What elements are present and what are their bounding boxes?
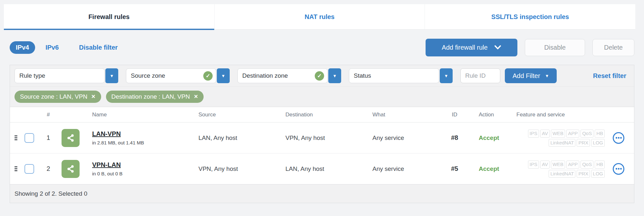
row-number: 2 bbox=[39, 165, 58, 172]
feature-badge: APP bbox=[566, 161, 579, 169]
feature-badge: PRX bbox=[577, 139, 590, 147]
reset-filter-link[interactable]: Reset filter bbox=[593, 72, 630, 80]
row-checkbox[interactable] bbox=[24, 164, 34, 174]
dropdown-label: Rule type bbox=[19, 72, 45, 79]
chevron-down-icon bbox=[494, 45, 501, 50]
share-icon bbox=[62, 129, 80, 147]
rule-name-link[interactable]: LAN-VPN bbox=[92, 130, 121, 138]
feature-badge: AV bbox=[540, 161, 550, 169]
row-number: 1 bbox=[39, 134, 58, 142]
feature-badge: QoS bbox=[581, 130, 593, 138]
feature-badges-line-2: LinkedNATPRXLOG bbox=[506, 169, 605, 178]
ipv6-toggle[interactable]: IPv6 bbox=[45, 44, 59, 51]
dropdown-label: Status bbox=[354, 72, 371, 79]
chevron-down-icon[interactable]: ▼ bbox=[217, 68, 230, 83]
chip-label: Destination zone : LAN, VPN bbox=[111, 93, 190, 100]
feature-badges-line-1: IPSAVWEBAPPQoSHB bbox=[506, 160, 605, 169]
drag-handle-icon[interactable] bbox=[14, 135, 17, 140]
what-cell: Any service bbox=[366, 134, 438, 142]
filter-chips: Source zone : LAN, VPN ✕ Destination zon… bbox=[10, 86, 634, 107]
add-firewall-rule-button[interactable]: Add firewall rule bbox=[426, 39, 517, 56]
ellipsis-menu-button[interactable] bbox=[613, 163, 624, 175]
share-icon bbox=[62, 160, 80, 178]
dropdown-label: Destination zone bbox=[242, 72, 288, 79]
tab-label: Firewall rules bbox=[88, 13, 130, 21]
disable-filter-link[interactable]: Disable filter bbox=[79, 44, 118, 51]
feature-badge: QoS bbox=[581, 161, 593, 169]
close-icon[interactable]: ✕ bbox=[194, 94, 198, 99]
icon-cell bbox=[58, 160, 86, 178]
row-checkbox[interactable] bbox=[24, 133, 34, 143]
column-header-name: Name bbox=[86, 112, 192, 118]
chevron-down-icon[interactable]: ▼ bbox=[440, 68, 453, 83]
feature-badge: WEB bbox=[551, 130, 565, 138]
tab-nat-rules[interactable]: NAT rules bbox=[214, 4, 425, 29]
check-circle-icon: ✓ bbox=[203, 71, 213, 81]
checkbox-cell bbox=[20, 133, 39, 143]
source-cell: LAN, Any host bbox=[192, 134, 279, 142]
tab-label: NAT rules bbox=[305, 13, 335, 21]
ipv4-toggle[interactable]: IPv4 bbox=[10, 41, 35, 54]
source-zone-dropdown[interactable]: Source zone ✓ ▼ bbox=[126, 68, 230, 83]
feature-badge: AV bbox=[540, 130, 550, 138]
add-filter-label: Add Filter bbox=[513, 72, 540, 80]
chevron-down-icon[interactable]: ▼ bbox=[105, 68, 118, 83]
chevron-down-icon[interactable]: ▼ bbox=[328, 68, 341, 83]
rule-traffic: in 2.81 MB, out 1.41 MB bbox=[92, 140, 192, 145]
destination-cell: VPN, Any host bbox=[279, 134, 366, 142]
column-header-number: # bbox=[39, 112, 58, 118]
table-row: 2 VPN-LAN in 0 B, out 0 B VPN, Any host … bbox=[10, 153, 634, 184]
chip-label: Source zone : LAN, VPN bbox=[20, 93, 87, 100]
rule-type-field[interactable]: Rule type bbox=[14, 68, 105, 83]
column-header-what: What bbox=[366, 112, 438, 118]
feature-badge: WEB bbox=[551, 161, 565, 169]
column-header-feature-service: Feature and service bbox=[506, 112, 606, 118]
menu-cell bbox=[606, 132, 631, 144]
rules-panel: Rule type ▼ Source zone ✓ ▼ Destination … bbox=[10, 65, 634, 203]
status-field[interactable]: Status bbox=[349, 68, 439, 83]
destination-zone-dropdown[interactable]: Destination zone ✓ ▼ bbox=[237, 68, 341, 83]
column-header-source: Source bbox=[192, 112, 279, 118]
feature-badges: IPSAVWEBAPPQoSHB LinkedNATPRXLOG bbox=[506, 160, 606, 178]
name-cell: VPN-LAN in 0 B, out 0 B bbox=[86, 161, 192, 176]
feature-badge: LOG bbox=[591, 170, 605, 178]
source-cell: VPN, Any host bbox=[192, 165, 279, 172]
source-zone-field[interactable]: Source zone ✓ bbox=[126, 68, 216, 83]
action-cell: Accept bbox=[471, 134, 506, 142]
rule-name-link[interactable]: VPN-LAN bbox=[92, 161, 121, 169]
add-filter-button[interactable]: Add Filter ▼ bbox=[505, 68, 557, 83]
column-header-id: ID bbox=[438, 112, 471, 118]
status-dropdown[interactable]: Status ▼ bbox=[349, 68, 453, 83]
feature-badges-line-2: LinkedNATPRXLOG bbox=[506, 138, 605, 147]
filter-chip-destination-zone: Destination zone : LAN, VPN ✕ bbox=[106, 91, 204, 103]
rule-id-input[interactable] bbox=[460, 68, 500, 83]
close-icon[interactable]: ✕ bbox=[91, 94, 95, 99]
check-circle-icon: ✓ bbox=[315, 71, 324, 81]
delete-button[interactable]: Delete bbox=[592, 39, 634, 56]
rule-type-dropdown[interactable]: Rule type ▼ bbox=[14, 68, 118, 83]
rule-traffic: in 0 B, out 0 B bbox=[92, 171, 192, 176]
id-cell: #8 bbox=[438, 134, 471, 142]
disable-button[interactable]: Disable bbox=[525, 39, 585, 56]
tab-firewall-rules[interactable]: Firewall rules bbox=[4, 4, 214, 29]
chevron-down-icon: ▼ bbox=[545, 74, 549, 78]
tab-label: SSL/TLS inspection rules bbox=[491, 13, 569, 21]
feature-badge: LinkedNAT bbox=[549, 139, 575, 147]
feature-badge: HB bbox=[595, 130, 605, 138]
name-cell: LAN-VPN in 2.81 MB, out 1.41 MB bbox=[86, 130, 192, 145]
action-cell: Accept bbox=[471, 165, 506, 172]
drag-handle-icon[interactable] bbox=[14, 166, 17, 171]
column-header-action: Action bbox=[471, 112, 506, 118]
table-header: # Name Source Destination What ID Action… bbox=[10, 107, 634, 123]
destination-zone-field[interactable]: Destination zone ✓ bbox=[237, 68, 328, 83]
destination-cell: LAN, Any host bbox=[279, 165, 366, 172]
feature-badges: IPSAVWEBAPPQoSHB LinkedNATPRXLOG bbox=[506, 129, 606, 147]
ellipsis-menu-button[interactable] bbox=[613, 132, 624, 144]
icon-cell bbox=[58, 129, 86, 147]
table-row: 1 LAN-VPN in 2.81 MB, out 1.41 MB LAN, A… bbox=[10, 123, 634, 153]
feature-badge: PRX bbox=[577, 170, 590, 178]
table-footer: Showing 2 of 2. Selected 0 bbox=[10, 184, 634, 203]
feature-badge: IPS bbox=[528, 130, 539, 138]
tab-ssl-tls-inspection-rules[interactable]: SSL/TLS inspection rules bbox=[425, 4, 635, 29]
feature-badge: LinkedNAT bbox=[549, 170, 575, 178]
